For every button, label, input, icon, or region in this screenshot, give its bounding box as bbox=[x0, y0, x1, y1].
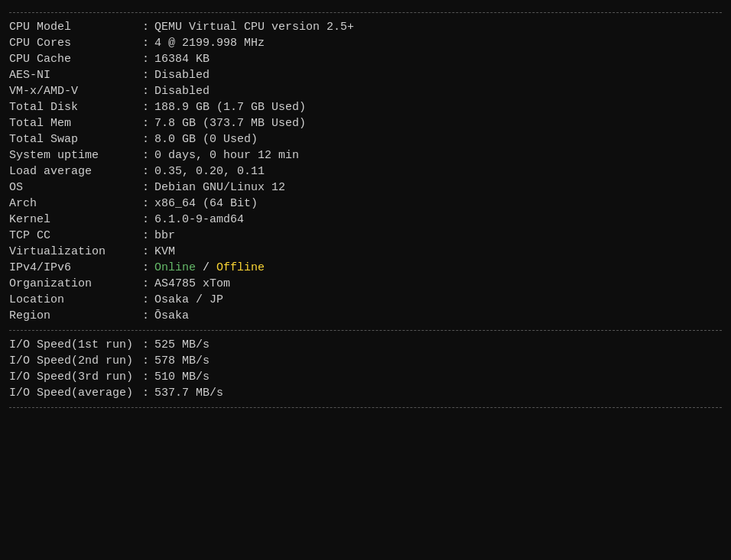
row-label: VM-x/AMD-V bbox=[9, 83, 139, 99]
row-label: Location bbox=[9, 292, 139, 308]
row-colon: : bbox=[139, 99, 154, 115]
row-colon: : bbox=[139, 131, 154, 147]
row-colon: : bbox=[139, 67, 154, 83]
row-colon: : bbox=[139, 51, 154, 67]
row-value: Disabled bbox=[154, 83, 722, 99]
row-label: System uptime bbox=[9, 147, 139, 163]
table-row: Region: Ōsaka bbox=[9, 308, 722, 324]
row-colon: : bbox=[139, 147, 154, 163]
middle-divider bbox=[9, 330, 722, 331]
row-value: 6.1.0-9-amd64 bbox=[154, 212, 722, 228]
row-colon: : bbox=[139, 19, 154, 35]
row-value: 7.8 GB (373.7 MB Used) bbox=[154, 115, 722, 131]
row-label: CPU Model bbox=[9, 19, 139, 35]
table-row: I/O Speed(1st run): 525 MB/s bbox=[9, 337, 722, 353]
row-colon: : bbox=[139, 353, 154, 369]
row-value: AS4785 xTom bbox=[154, 276, 722, 292]
row-label: Total Swap bbox=[9, 131, 139, 147]
row-value: 0.35, 0.20, 0.11 bbox=[154, 163, 722, 180]
row-colon: : bbox=[139, 83, 154, 99]
top-divider bbox=[9, 12, 722, 13]
row-label: Virtualization bbox=[9, 244, 139, 260]
row-label: OS bbox=[9, 180, 139, 196]
row-value: Osaka / JP bbox=[154, 292, 722, 308]
row-label: CPU Cache bbox=[9, 51, 139, 67]
row-label: CPU Cores bbox=[9, 35, 139, 51]
row-colon: : bbox=[139, 180, 154, 196]
row-colon: : bbox=[139, 228, 154, 244]
row-value: Debian GNU/Linux 12 bbox=[154, 180, 722, 196]
system-info-table: CPU Model: QEMU Virtual CPU version 2.5+… bbox=[9, 19, 722, 324]
row-value: 537.7 MB/s bbox=[154, 385, 722, 401]
table-row: I/O Speed(2nd run): 578 MB/s bbox=[9, 353, 722, 369]
row-label: Kernel bbox=[9, 212, 139, 228]
row-value: x86_64 (64 Bit) bbox=[154, 196, 722, 212]
table-row: OS: Debian GNU/Linux 12 bbox=[9, 180, 722, 196]
table-row: TCP CC: bbr bbox=[9, 228, 722, 244]
row-label: I/O Speed(3rd run) bbox=[9, 369, 139, 385]
row-value: 578 MB/s bbox=[154, 353, 722, 369]
table-row: Total Mem: 7.8 GB (373.7 MB Used) bbox=[9, 115, 722, 131]
row-label: AES-NI bbox=[9, 67, 139, 83]
row-value: 8.0 GB (0 Used) bbox=[154, 131, 722, 147]
table-row: CPU Model: QEMU Virtual CPU version 2.5+ bbox=[9, 19, 722, 35]
bottom-divider bbox=[9, 407, 722, 408]
table-row: Kernel: 6.1.0-9-amd64 bbox=[9, 212, 722, 228]
row-label: Arch bbox=[9, 196, 139, 212]
row-label: IPv4/IPv6 bbox=[9, 260, 139, 276]
table-row: CPU Cores: 4 @ 2199.998 MHz bbox=[9, 35, 722, 51]
row-colon: : bbox=[139, 244, 154, 260]
row-colon: : bbox=[139, 196, 154, 212]
row-value: Online / Offline bbox=[154, 260, 722, 276]
row-label: Organization bbox=[9, 276, 139, 292]
row-label: TCP CC bbox=[9, 228, 139, 244]
row-colon: : bbox=[139, 276, 154, 292]
table-row: Organization: AS4785 xTom bbox=[9, 276, 722, 292]
row-value: 188.9 GB (1.7 GB Used) bbox=[154, 99, 722, 115]
row-label: Total Disk bbox=[9, 99, 139, 115]
table-row: Total Disk: 188.9 GB (1.7 GB Used) bbox=[9, 99, 722, 115]
row-colon: : bbox=[139, 212, 154, 228]
table-row: Load average: 0.35, 0.20, 0.11 bbox=[9, 163, 722, 180]
row-value: 525 MB/s bbox=[154, 337, 722, 353]
table-row: VM-x/AMD-V: Disabled bbox=[9, 83, 722, 99]
table-row: Location: Osaka / JP bbox=[9, 292, 722, 308]
table-row: System uptime: 0 days, 0 hour 12 min bbox=[9, 147, 722, 163]
table-row: AES-NI: Disabled bbox=[9, 67, 722, 83]
row-colon: : bbox=[139, 369, 154, 385]
row-value: 0 days, 0 hour 12 min bbox=[154, 147, 722, 163]
row-label: I/O Speed(1st run) bbox=[9, 337, 139, 353]
row-colon: : bbox=[139, 292, 154, 308]
row-colon: : bbox=[139, 35, 154, 51]
row-value: bbr bbox=[154, 228, 722, 244]
row-colon: : bbox=[139, 337, 154, 353]
table-row: I/O Speed(average): 537.7 MB/s bbox=[9, 385, 722, 401]
row-value: 510 MB/s bbox=[154, 369, 722, 385]
row-value: 16384 KB bbox=[154, 51, 722, 67]
table-row: IPv4/IPv6: Online / Offline bbox=[9, 260, 722, 276]
row-value: KVM bbox=[154, 244, 722, 260]
row-value: Ōsaka bbox=[154, 308, 722, 324]
row-colon: : bbox=[139, 308, 154, 324]
row-label: Region bbox=[9, 308, 139, 324]
row-label: I/O Speed(average) bbox=[9, 385, 139, 401]
row-value: 4 @ 2199.998 MHz bbox=[154, 35, 722, 51]
table-row: Arch: x86_64 (64 Bit) bbox=[9, 196, 722, 212]
row-label: I/O Speed(2nd run) bbox=[9, 353, 139, 369]
table-row: Total Swap: 8.0 GB (0 Used) bbox=[9, 131, 722, 147]
row-label: Load average bbox=[9, 163, 139, 180]
table-row: CPU Cache: 16384 KB bbox=[9, 51, 722, 67]
row-colon: : bbox=[139, 260, 154, 276]
row-colon: : bbox=[139, 115, 154, 131]
row-value: Disabled bbox=[154, 67, 722, 83]
row-colon: : bbox=[139, 385, 154, 401]
io-speed-table: I/O Speed(1st run): 525 MB/sI/O Speed(2n… bbox=[9, 337, 722, 401]
row-colon: : bbox=[139, 163, 154, 180]
row-label: Total Mem bbox=[9, 115, 139, 131]
table-row: I/O Speed(3rd run): 510 MB/s bbox=[9, 369, 722, 385]
table-row: Virtualization: KVM bbox=[9, 244, 722, 260]
row-value: QEMU Virtual CPU version 2.5+ bbox=[154, 19, 722, 35]
